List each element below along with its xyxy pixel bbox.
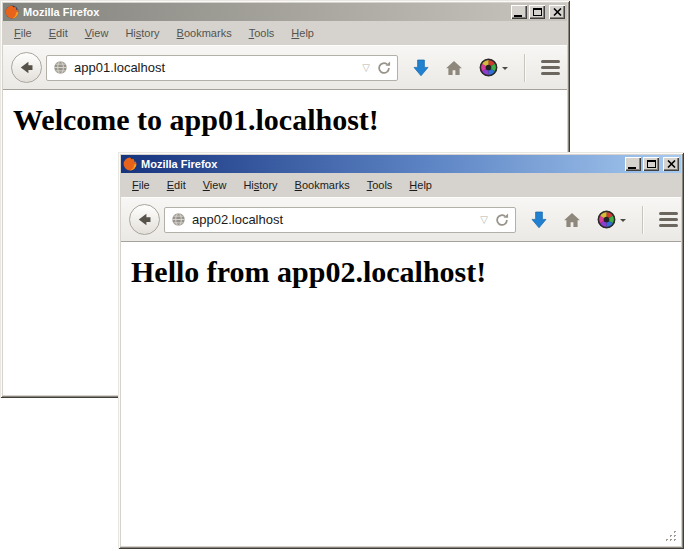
download-button[interactable] [413, 59, 429, 77]
window-controls [625, 157, 679, 171]
menu-bookmarks[interactable]: Bookmarks [295, 179, 350, 191]
maximize-button[interactable] [643, 157, 659, 171]
chevron-down-icon [620, 219, 626, 225]
menu-tools[interactable]: Tools [249, 27, 275, 39]
minimize-button[interactable] [511, 5, 527, 19]
toolbar-buttons [531, 206, 678, 234]
color-wheel-icon [597, 210, 616, 229]
chevron-down-icon [502, 67, 508, 73]
home-icon [563, 212, 581, 228]
reload-button[interactable] [494, 212, 510, 228]
menu-bookmarks[interactable]: Bookmarks [177, 27, 232, 39]
reload-button[interactable] [376, 60, 392, 76]
maximize-icon [533, 8, 542, 16]
minimize-icon [628, 167, 636, 169]
reload-icon [376, 60, 392, 76]
toolbar-separator [642, 206, 643, 234]
maximize-button[interactable] [529, 5, 545, 19]
url-bar[interactable]: app01.localhost ▽ [46, 55, 398, 81]
close-icon [667, 160, 676, 168]
hamburger-menu-icon [659, 212, 678, 215]
download-icon [413, 59, 429, 77]
close-button[interactable] [549, 5, 565, 19]
titlebar[interactable]: Mozilla Firefox [3, 3, 567, 21]
url-bar[interactable]: app02.localhost ▽ [164, 207, 516, 233]
menu-hamburger-button[interactable] [541, 60, 560, 75]
color-wheel-extension-button[interactable] [597, 210, 626, 229]
resize-grip[interactable] [665, 530, 678, 543]
firefox-logo-icon [5, 5, 19, 19]
minimize-button[interactable] [625, 157, 641, 171]
back-icon [17, 58, 36, 77]
globe-icon [53, 60, 68, 75]
url-text[interactable]: app02.localhost [192, 212, 474, 227]
home-icon [445, 60, 463, 76]
menu-file[interactable]: File [132, 179, 150, 191]
menu-edit[interactable]: Edit [49, 27, 68, 39]
color-wheel-extension-button[interactable] [479, 58, 508, 77]
menu-view[interactable]: View [203, 179, 227, 191]
url-text[interactable]: app01.localhost [74, 60, 356, 75]
page-heading: Welcome to app01.localhost! [13, 103, 567, 137]
menu-tools[interactable]: Tools [367, 179, 393, 191]
back-icon [135, 210, 154, 229]
menu-hamburger-button[interactable] [659, 212, 678, 227]
maximize-icon [647, 160, 656, 168]
globe-icon [171, 212, 186, 227]
menu-help[interactable]: Help [291, 27, 314, 39]
color-wheel-icon [479, 58, 498, 77]
navigation-toolbar: app01.localhost ▽ [3, 45, 567, 90]
window-title: Mozilla Firefox [141, 158, 621, 170]
window-title: Mozilla Firefox [23, 6, 507, 18]
page-heading: Hello from app02.localhost! [131, 255, 681, 289]
close-icon [553, 8, 562, 16]
menu-file[interactable]: File [14, 27, 32, 39]
home-button[interactable] [445, 60, 463, 76]
menubar: File Edit View History Bookmarks Tools H… [3, 21, 567, 45]
minimize-icon [514, 15, 522, 17]
back-button[interactable] [11, 52, 42, 83]
toolbar-buttons [413, 54, 560, 82]
close-button[interactable] [663, 157, 679, 171]
menu-edit[interactable]: Edit [167, 179, 186, 191]
home-button[interactable] [563, 212, 581, 228]
navigation-toolbar: app02.localhost ▽ [121, 197, 681, 242]
menu-view[interactable]: View [85, 27, 109, 39]
download-button[interactable] [531, 211, 547, 229]
reload-icon [494, 212, 510, 228]
window-controls [511, 5, 565, 19]
titlebar[interactable]: Mozilla Firefox [121, 155, 681, 173]
menu-history[interactable]: History [125, 27, 159, 39]
menu-history[interactable]: History [243, 179, 277, 191]
hamburger-menu-icon [541, 60, 560, 63]
urlbar-dropdown-icon[interactable]: ▽ [362, 63, 370, 73]
page-content: Hello from app02.localhost! [121, 242, 681, 546]
menubar: File Edit View History Bookmarks Tools H… [121, 173, 681, 197]
back-button[interactable] [129, 204, 160, 235]
urlbar-dropdown-icon[interactable]: ▽ [480, 215, 488, 225]
browser-window-app02: Mozilla Firefox File Edit View History B… [118, 152, 684, 549]
menu-help[interactable]: Help [409, 179, 432, 191]
download-icon [531, 211, 547, 229]
toolbar-separator [524, 54, 525, 82]
firefox-logo-icon [123, 157, 137, 171]
